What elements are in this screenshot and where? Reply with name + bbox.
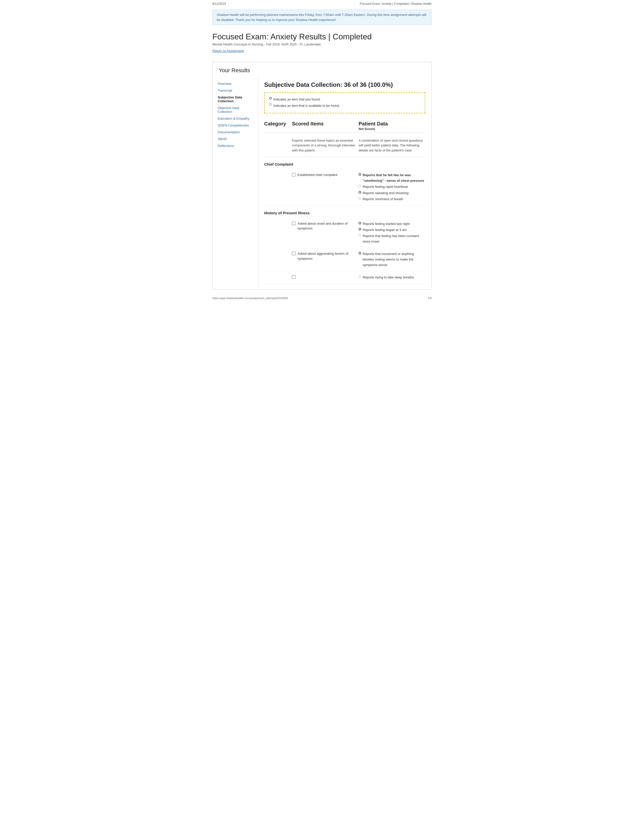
top-bar: 9/11/2019 Focused Exam: Anxiety | Comple… — [208, 0, 436, 8]
checkbox-icon — [292, 275, 295, 279]
pdata-text: Reports that he felt like he was "smothe… — [363, 172, 425, 183]
list-item: Reports feeling started last night — [359, 221, 425, 227]
pdata-text: Reports that movement or anything beside… — [363, 251, 425, 268]
available-icon — [359, 185, 361, 187]
col-scored-items: Scored Items — [292, 121, 359, 131]
patient-data-chief-complaint: Reports that he felt like he was "smothe… — [359, 172, 425, 202]
results-body: Overview Transcript Subjective Data Coll… — [213, 76, 431, 289]
subjective-data-title: Subjective Data Collection: 36 of 36 (10… — [264, 81, 425, 88]
found-icon — [359, 222, 361, 224]
patient-data-deep-breaths: Reports trying to take deep breaths — [359, 275, 425, 281]
sidebar: Overview Transcript Subjective Data Coll… — [213, 76, 258, 289]
footer-page: 1/6 — [428, 297, 431, 300]
list-item: Reports shortness of breath — [359, 196, 425, 202]
checkbox-icon — [292, 222, 295, 225]
list-item: Reports that movement or anything beside… — [359, 251, 425, 268]
sidebar-item-subjective[interactable]: Subjective Data Collection — [213, 94, 258, 105]
found-icon — [359, 252, 361, 254]
legend-found: Indicates an item that you found. — [269, 96, 420, 102]
list-item: Reports feeling began at 3 am — [359, 227, 425, 233]
col-patient-data-header: Patient Data Not Scored — [359, 121, 425, 131]
notice-text: Shadow Health will be performing planned… — [217, 13, 426, 22]
col-category: Category — [264, 121, 292, 131]
chief-complaint-heading: Chief Complaint — [264, 162, 425, 166]
available-icon — [359, 234, 361, 236]
category-chief-complaint: Chief Complaint Established chief compla… — [264, 162, 425, 206]
list-item: Reports that he felt like he was "smothe… — [359, 172, 425, 183]
page-header: Focused Exam: Anxiety Results | Complete… — [208, 27, 436, 60]
descriptions-row: Experts selected these topics as essenti… — [264, 135, 425, 157]
sidebar-item-overview[interactable]: Overview — [213, 80, 258, 87]
legend-found-text: Indicates an item that you found. — [273, 96, 321, 102]
page-title-meta: Focused Exam: Anxiety | Completed | Shad… — [360, 2, 431, 6]
table-row: Asked about aggravating factors of sympt… — [264, 248, 425, 272]
footer-url: https://app.shadowhealth.com/assignment_… — [213, 297, 288, 300]
scored-item-onset: Asked about onset and duration of sympto… — [292, 221, 359, 231]
return-to-assignment-link[interactable]: Return to Assignment — [213, 49, 244, 53]
legend-found-icon — [269, 97, 272, 100]
table-row: Asked about onset and duration of sympto… — [264, 218, 425, 248]
sidebar-item-documentation[interactable]: Documentation — [213, 129, 258, 135]
found-icon — [359, 173, 361, 176]
pdata-text: Reports that feeling has been constant s… — [363, 233, 425, 244]
found-icon — [359, 191, 361, 194]
notice-banner: Shadow Health will be performing planned… — [213, 10, 431, 25]
list-item: Reports that feeling has been constant s… — [359, 233, 425, 244]
legend-available-icon — [269, 103, 272, 106]
list-item: Reports sweating and shivering — [359, 190, 425, 196]
patient-data-onset: Reports feeling started last night Repor… — [359, 221, 425, 245]
sidebar-item-sbar[interactable]: SBAR — [213, 135, 258, 142]
columns-header: Category Scored Items Patient Data Not S… — [264, 118, 425, 132]
date-label: 9/11/2019 — [213, 2, 226, 6]
scored-item-chief-complaint: Established chief complaint — [292, 172, 359, 177]
sidebar-item-transcript[interactable]: Transcript — [213, 87, 258, 94]
checkbox-icon — [292, 173, 295, 177]
footer: https://app.shadowhealth.com/assignment_… — [208, 294, 436, 302]
list-item: Reports feeling rapid heartbeat — [359, 184, 425, 190]
list-item: Reports trying to take deep breaths — [359, 275, 425, 280]
available-icon — [359, 197, 361, 199]
history-present-illness-heading: History of Present Illness — [264, 211, 425, 215]
results-container: Your Results Overview Transcript Subject… — [213, 62, 431, 289]
scored-item-label: Asked about onset and duration of sympto… — [298, 221, 359, 231]
expert-desc: Experts selected these topics as essenti… — [292, 138, 359, 153]
legend-available: Indicates an item that is available to b… — [269, 103, 420, 109]
scored-item-label: Asked about aggravating factors of sympt… — [298, 251, 359, 261]
category-history-present-illness: History of Present Illness Asked about o… — [264, 211, 425, 284]
pdata-text: Reports sweating and shivering — [363, 190, 408, 196]
legend-available-text: Indicates an item that is available to b… — [273, 103, 340, 109]
sidebar-item-education[interactable]: Education & Empathy — [213, 115, 258, 122]
pdata-text: Reports feeling started last night — [363, 221, 410, 227]
not-scored-label: Not Scored — [359, 127, 425, 131]
scored-item-label: Established chief complaint — [298, 172, 337, 177]
found-icon — [359, 228, 361, 230]
patient-data-title: Patient Data — [359, 121, 425, 127]
results-heading: Your Results — [213, 62, 431, 76]
sidebar-item-reflections[interactable]: Reflections — [213, 142, 258, 149]
patient-data-desc: A combination of open and closed questio… — [359, 138, 425, 153]
scored-item-empty — [292, 275, 359, 279]
pdata-text: Reports feeling rapid heartbeat — [363, 184, 408, 190]
patient-data-aggravating: Reports that movement or anything beside… — [359, 251, 425, 269]
legend-box: Indicates an item that you found. Indica… — [264, 92, 425, 113]
available-icon — [359, 275, 361, 278]
table-row: Reports trying to take deep breaths — [264, 272, 425, 284]
pdata-text: Reports shortness of breath — [363, 196, 403, 202]
page-subtitle: Mental Health Concepts in Nursing - Fall… — [213, 42, 431, 46]
page-title: Focused Exam: Anxiety Results | Complete… — [213, 32, 431, 42]
pdata-text: Reports trying to take deep breaths — [363, 275, 414, 280]
main-content: Subjective Data Collection: 36 of 36 (10… — [258, 76, 431, 289]
sidebar-item-qsen[interactable]: QSEN Competencies — [213, 122, 258, 129]
scored-item-aggravating: Asked about aggravating factors of sympt… — [292, 251, 359, 261]
table-row: Established chief complaint Reports that… — [264, 169, 425, 206]
pdata-text: Reports feeling began at 3 am — [363, 227, 407, 233]
sidebar-item-objective[interactable]: Objective Data Collection — [213, 105, 258, 115]
checkbox-icon — [292, 252, 295, 255]
